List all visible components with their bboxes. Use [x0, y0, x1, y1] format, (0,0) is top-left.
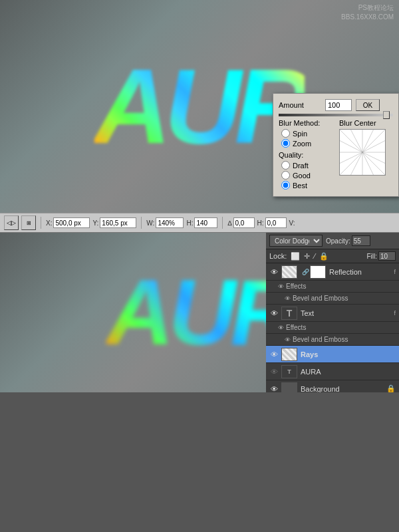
v-field: V:	[289, 219, 295, 227]
tool-icon-grid[interactable]: ⊞	[21, 215, 36, 230]
amount-slider[interactable]	[279, 114, 393, 116]
canvas-top: AUR PS教程论坛 BBS.16XX8.COM Amount OK Blur …	[0, 0, 399, 213]
eye-icon-reflection[interactable]: 👁	[269, 267, 279, 277]
toolbar-sep-1	[41, 217, 41, 229]
eye-icon-background[interactable]: 👁	[269, 384, 279, 393]
move-icon[interactable]: ✛	[304, 252, 310, 261]
h-input[interactable]	[194, 217, 217, 228]
eye-icon-aura[interactable]: 👁	[269, 367, 279, 376]
bevel-row-text: 👁 Bevel and Emboss	[266, 334, 399, 346]
thumb-reflection	[281, 265, 297, 279]
opacity-label: Opacity:	[326, 237, 350, 245]
best-label: Best	[293, 182, 307, 190]
y-field: Y:	[92, 217, 136, 228]
blend-mode-select[interactable]: NormalDissolveMultiplyScreenOverlayColor…	[269, 235, 323, 247]
lock-label: Lock:	[269, 252, 287, 260]
draft-radio[interactable]	[281, 161, 290, 170]
lock-bg-icon: 🔒	[386, 384, 396, 392]
w-field: W:	[146, 217, 184, 228]
opacity-input[interactable]	[352, 235, 370, 246]
h2-input[interactable]	[265, 217, 287, 228]
layer-row-reflection[interactable]: 👁 🔗 Reflection f	[266, 263, 399, 281]
toolbar-sep-2	[141, 217, 142, 229]
eye-icon-rays[interactable]: 👁	[269, 350, 279, 359]
layer-row-text[interactable]: 👁 T Text f	[266, 305, 399, 322]
good-option[interactable]: Good	[281, 171, 332, 180]
opacity-field: Opacity:	[326, 235, 370, 246]
amount-slider-thumb[interactable]	[383, 111, 390, 119]
quality-label: Quality:	[279, 151, 332, 159]
blur-center-svg	[340, 130, 385, 175]
y-input[interactable]	[100, 217, 136, 228]
fill-label: Fill:	[366, 253, 377, 260]
best-option[interactable]: Best	[281, 181, 332, 190]
x-label: X:	[46, 219, 52, 227]
effects-row-reflection: 👁 Effects	[266, 281, 399, 293]
zoom-label: Zoom	[293, 140, 311, 148]
thumb-aura: T	[281, 365, 297, 378]
effects-label-reflection: Effects	[286, 283, 306, 290]
layers-panel: NormalDissolveMultiplyScreenOverlayColor…	[266, 233, 399, 392]
spin-label: Spin	[293, 130, 307, 138]
watermark: PS教程论坛 BBS.16XX8.COM	[341, 3, 394, 22]
bevel-label-reflection: Bevel and Emboss	[293, 295, 348, 302]
toolbar: ◁▷ ⊞ X: Y: W: H: ∆ H: V:	[0, 213, 399, 233]
layer-name-rays: Rays	[301, 350, 396, 358]
angle-label: ∆	[227, 219, 231, 227]
layer-row-rays[interactable]: 👁 Rays	[266, 346, 399, 363]
layers-header: NormalDissolveMultiplyScreenOverlayColor…	[266, 233, 399, 249]
amount-input[interactable]	[325, 99, 352, 111]
draft-option[interactable]: Draft	[281, 161, 332, 170]
layer-row-background[interactable]: 👁 Background 🔒	[266, 380, 399, 392]
y-label: Y:	[92, 219, 98, 227]
effects-label-text: Effects	[286, 324, 306, 331]
blur-method-label: Blur Method:	[279, 119, 332, 127]
eye-icon-bev1[interactable]: 👁	[285, 295, 291, 302]
aura-letters-bottom: AUR	[106, 259, 292, 366]
x-field: X:	[46, 217, 90, 228]
eye-icon-text[interactable]: 👁	[269, 309, 279, 318]
layer-name-background: Background	[301, 385, 385, 393]
amount-label: Amount	[279, 101, 325, 109]
layers-lock-row: Lock: ⬜ ✛ ∕ 🔒 Fill:	[266, 249, 399, 263]
layer-row-aura[interactable]: 👁 T AURA	[266, 363, 399, 380]
zoom-radio[interactable]	[281, 139, 290, 148]
thumb-text: T	[281, 307, 297, 320]
h-field: H:	[186, 217, 217, 228]
zoom-option[interactable]: Zoom	[281, 139, 332, 148]
brush-icon[interactable]: ∕	[314, 252, 315, 260]
blur-dialog: Amount OK Blur Method: Spin Zoom Quality…	[273, 93, 399, 197]
mask-thumb-reflection	[310, 265, 326, 279]
eye-icon-eff2[interactable]: 👁	[278, 325, 284, 331]
layer-name-text: Text	[301, 309, 392, 317]
best-radio[interactable]	[281, 181, 290, 190]
ok-button[interactable]: OK	[356, 99, 380, 111]
thumb-background	[281, 382, 297, 393]
eye-icon-bev2[interactable]: 👁	[285, 336, 291, 343]
lock-icon[interactable]: ⬜	[291, 252, 300, 261]
canvas-bottom: AUR NormalDissolveMultiplyScreenOverlayC…	[0, 233, 399, 392]
fx-text: f	[394, 310, 396, 317]
layer-name-aura: AURA	[301, 368, 396, 376]
spin-option[interactable]: Spin	[281, 129, 332, 138]
bevel-row-reflection: 👁 Bevel and Emboss	[266, 293, 399, 305]
good-radio[interactable]	[281, 171, 290, 180]
angle-input[interactable]	[233, 217, 255, 228]
eye-icon-eff1[interactable]: 👁	[278, 283, 284, 290]
fx-reflection: f	[394, 269, 396, 275]
x-input[interactable]	[53, 217, 90, 228]
thumb-rays	[281, 348, 297, 361]
toolbar-sep-3	[222, 217, 223, 229]
spin-radio[interactable]	[281, 129, 290, 138]
blur-center-label: Blur Center	[339, 119, 376, 127]
link-icon-reflection[interactable]: 🔗	[302, 265, 309, 279]
angle-field: ∆	[227, 217, 254, 228]
tool-icon-arrow[interactable]: ◁▷	[4, 215, 19, 230]
padlock-icon[interactable]: 🔒	[319, 252, 329, 261]
bevel-label-text: Bevel and Emboss	[293, 336, 348, 343]
blur-center-preview[interactable]	[339, 129, 386, 176]
draft-label: Draft	[293, 162, 309, 170]
fill-field: Fill:	[366, 251, 396, 261]
w-input[interactable]	[156, 217, 184, 228]
fill-input[interactable]	[378, 251, 396, 261]
